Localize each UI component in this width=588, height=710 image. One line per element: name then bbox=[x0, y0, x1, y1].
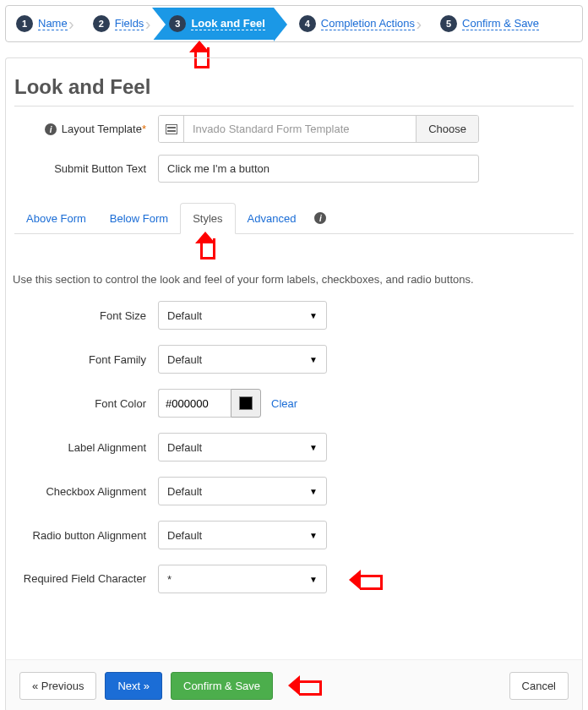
font-size-select[interactable]: Default ▼ bbox=[158, 301, 327, 330]
page-title: Look and Feel bbox=[14, 75, 574, 106]
font-color-input[interactable] bbox=[158, 389, 231, 418]
chevron-down-icon: ▼ bbox=[309, 355, 318, 364]
chevron-down-icon: ▼ bbox=[309, 531, 318, 540]
color-swatch-icon bbox=[239, 396, 253, 410]
radio-alignment-label: Radio button Alignment bbox=[14, 529, 158, 542]
step-label: Confirm & Save bbox=[462, 17, 539, 30]
step-label: Fields bbox=[115, 17, 144, 30]
step-number: 2 bbox=[93, 15, 110, 32]
info-icon[interactable]: i bbox=[45, 123, 57, 135]
wizard-step-fields[interactable]: 2 Fields bbox=[76, 8, 153, 40]
tab-below-form[interactable]: Below Form bbox=[98, 204, 180, 233]
layout-template-label: i Layout Template* bbox=[14, 123, 158, 136]
styles-tabs: Above Form Below Form Styles Advanced i bbox=[14, 203, 574, 234]
radio-alignment-select[interactable]: Default ▼ bbox=[158, 521, 327, 549]
step-number: 3 bbox=[169, 15, 186, 32]
tab-above-form[interactable]: Above Form bbox=[14, 204, 98, 233]
annotation-arrow-left-icon bbox=[288, 675, 322, 696]
wizard-step-confirm-save[interactable]: 5 Confirm & Save bbox=[423, 8, 547, 40]
section-description: Use this section to control the look and… bbox=[13, 273, 574, 286]
step-number: 4 bbox=[299, 15, 316, 32]
step-label: Completion Actions bbox=[321, 17, 415, 30]
font-family-select[interactable]: Default ▼ bbox=[158, 345, 327, 374]
step-label: Look and Feel bbox=[191, 17, 264, 30]
main-panel: Look and Feel i Layout Template* Invado … bbox=[5, 57, 583, 659]
wizard-step-name[interactable]: 1 Name bbox=[9, 8, 76, 40]
previous-button[interactable]: « Previous bbox=[19, 672, 96, 700]
font-size-label: Font Size bbox=[14, 309, 158, 322]
step-number: 1 bbox=[16, 15, 33, 32]
confirm-save-button[interactable]: Confirm & Save bbox=[171, 672, 273, 700]
checkbox-alignment-select[interactable]: Default ▼ bbox=[158, 477, 327, 505]
template-icon bbox=[159, 116, 184, 142]
chevron-down-icon: ▼ bbox=[309, 443, 318, 452]
submit-button-text-label: Submit Button Text bbox=[14, 162, 158, 175]
submit-button-text-input[interactable] bbox=[158, 155, 479, 183]
cancel-button[interactable]: Cancel bbox=[509, 672, 569, 700]
step-label: Name bbox=[38, 17, 68, 30]
label-alignment-select[interactable]: Default ▼ bbox=[158, 433, 327, 462]
wizard-step-look-and-feel[interactable]: 3 Look and Feel bbox=[152, 8, 273, 40]
info-icon[interactable]: i bbox=[314, 212, 326, 224]
clear-color-link[interactable]: Clear bbox=[271, 397, 297, 410]
chevron-down-icon: ▼ bbox=[309, 311, 318, 320]
layout-template-value: Invado Standard Form Template bbox=[184, 116, 416, 142]
required-char-select[interactable]: * ▼ bbox=[158, 565, 327, 593]
choose-template-button[interactable]: Choose bbox=[416, 116, 478, 142]
wizard-footer: « Previous Next » Confirm & Save Cancel bbox=[5, 659, 583, 710]
next-button[interactable]: Next » bbox=[105, 672, 162, 700]
annotation-arrow-up-icon bbox=[195, 232, 215, 259]
checkbox-alignment-label: Checkbox Alignment bbox=[14, 485, 158, 498]
color-swatch-button[interactable] bbox=[231, 389, 261, 418]
chevron-down-icon: ▼ bbox=[309, 575, 318, 584]
font-color-label: Font Color bbox=[14, 397, 158, 410]
label-alignment-label: Label Alignment bbox=[14, 441, 158, 454]
tab-styles[interactable]: Styles bbox=[180, 203, 235, 234]
chevron-down-icon: ▼ bbox=[309, 487, 318, 496]
wizard-breadcrumb: 1 Name 2 Fields 3 Look and Feel 4 Comple… bbox=[5, 5, 583, 42]
step-number: 5 bbox=[440, 15, 457, 32]
layout-template-picker: Invado Standard Form Template Choose bbox=[158, 115, 479, 143]
font-family-label: Font Family bbox=[14, 353, 158, 366]
tab-advanced[interactable]: Advanced bbox=[236, 204, 308, 233]
required-asterisk: * bbox=[142, 123, 146, 135]
annotation-arrow-left-icon bbox=[349, 570, 383, 590]
required-char-label: Required Field Character bbox=[14, 572, 158, 587]
wizard-step-completion-actions[interactable]: 4 Completion Actions bbox=[274, 8, 423, 40]
